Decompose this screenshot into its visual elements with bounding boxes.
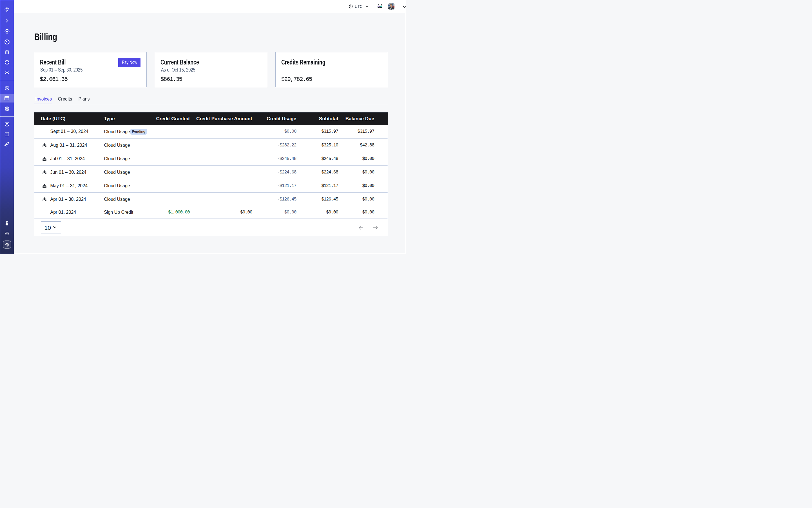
svg-text:$: $ bbox=[6, 243, 8, 246]
